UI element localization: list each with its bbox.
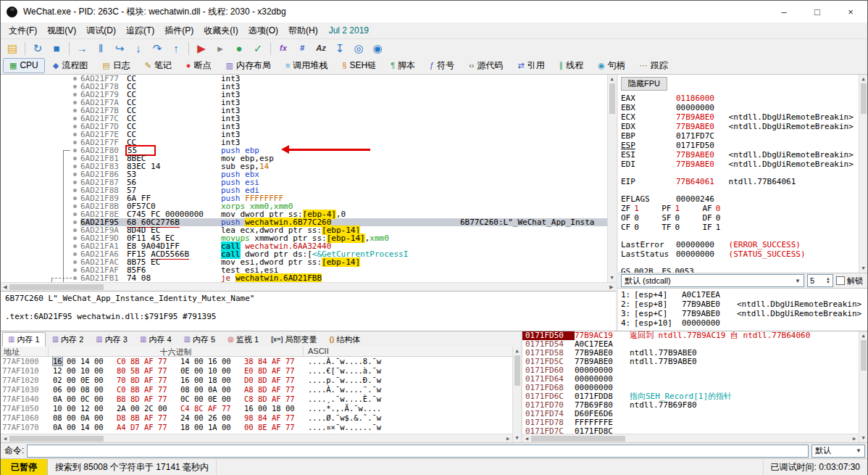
register-row[interactable]: EBX00000000	[621, 103, 856, 112]
menu-item[interactable]: 选项(O)	[243, 23, 283, 38]
disassembly-pane[interactable]: 6AD21F77CCint36AD21F78CCint36AD21F79CCin…	[1, 75, 616, 282]
pause-icon[interactable]: ‖	[92, 41, 109, 57]
tab-seh[interactable]: §SEH链	[335, 58, 383, 73]
breakpoint-dot[interactable]	[70, 202, 80, 210]
minimize-button[interactable]: –	[767, 1, 801, 22]
register-row[interactable]: ESI77B9ABE0 <ntdll.DbgUiRemoteBreakin>	[621, 150, 856, 160]
dump-row[interactable]: 77AF10400A 00 0C 00B8 8D AF 770C 00 0E 0…	[1, 395, 512, 404]
close-button[interactable]: ×	[834, 1, 867, 22]
tab-watch-1[interactable]: ◎监视 1	[222, 332, 264, 347]
breakpoint-dot[interactable]	[70, 107, 80, 115]
trace-icon[interactable]: ▸	[212, 41, 229, 57]
breakpoint-dot[interactable]	[70, 146, 80, 154]
stack-row[interactable]: 0171FD5C77B9ABE0ntdll.77B9ABE0	[522, 358, 859, 366]
breakpoint-dot[interactable]	[70, 194, 80, 202]
register-row[interactable]: EDI77B9ABE0 <ntdll.DbgUiRemoteBreakin>	[621, 160, 856, 169]
animate-icon[interactable]: ▶	[193, 41, 210, 57]
menu-item[interactable]: 追踪(T)	[121, 23, 159, 38]
register-row[interactable]: EDX77B9ABE0 <ntdll.DbgUiRemoteBreakin>	[621, 122, 856, 131]
stack-row[interactable]: 0171FD6C0171FDD8指向SEH_Record[1]的指针	[522, 392, 859, 401]
breakpoint-dot[interactable]	[70, 91, 80, 99]
register-row[interactable]: ECX77B9ABE0 <ntdll.DbgUiRemoteBreakin>	[621, 112, 856, 122]
hide-fpu-button[interactable]: 隐藏FPU	[621, 77, 667, 91]
tab-notes[interactable]: ✎笔记	[138, 58, 178, 73]
scroll-down-icon[interactable]: ▼	[513, 434, 521, 442]
step-into-icon[interactable]: ↓	[130, 41, 147, 57]
menu-item[interactable]: 文件(F)	[4, 23, 42, 38]
scroll-down-icon[interactable]: ▼	[859, 434, 867, 442]
scroll-thumb[interactable]	[861, 340, 867, 371]
patches-icon[interactable]: ●	[230, 41, 248, 57]
stack-row[interactable]: 0171FD7077B69F80ntdll.77B69F80	[522, 401, 859, 410]
breakpoint-dot[interactable]	[70, 123, 80, 131]
run-icon[interactable]: →	[73, 41, 91, 57]
breakpoint-dot[interactable]	[70, 162, 80, 170]
breakpoint-dot[interactable]	[70, 234, 80, 242]
calculator-icon[interactable]: #	[293, 41, 311, 57]
tab-dump-5[interactable]: ▥内存 5	[178, 332, 222, 347]
breakpoint-dot[interactable]	[70, 75, 80, 83]
breakpoint-dot[interactable]	[70, 115, 80, 123]
breakpoint-dot[interactable]	[70, 210, 80, 218]
dump-row[interactable]: 77AF101012 00 10 0080 5B AF 770E 00 10 0…	[1, 366, 512, 376]
tab-breakpoints[interactable]: ●断点	[180, 58, 218, 73]
menu-item[interactable]: 调试(D)	[81, 23, 121, 38]
references-globe-icon[interactable]: ◉	[369, 41, 386, 57]
tab-call-stack[interactable]: ≡调用堆栈	[279, 58, 334, 73]
breakpoint-dot[interactable]	[70, 83, 80, 91]
disasm-vscrollbar[interactable]: ▲ ▼	[607, 75, 616, 282]
breakpoint-dot[interactable]	[70, 266, 80, 274]
flags-row[interactable]: ZF1PF1AF0	[621, 204, 856, 213]
scroll-thumb[interactable]	[609, 83, 615, 114]
seh-chain-icon[interactable]: ✓	[249, 41, 267, 57]
search-icon[interactable]: ◎	[350, 41, 367, 57]
scroll-left-icon[interactable]: ◀	[1, 436, 9, 442]
scroll-left-icon[interactable]: ◀	[1, 284, 9, 290]
scroll-right-icon[interactable]: ▶	[607, 284, 616, 290]
register-row[interactable]: EFLAGS00000246	[621, 194, 856, 204]
scroll-thumb[interactable]	[514, 355, 520, 386]
scroll-thumb[interactable]	[861, 83, 867, 114]
scroll-thumb[interactable]	[9, 284, 104, 290]
stack-row[interactable]: 0171FD7C0171FD8C	[522, 427, 859, 434]
spinner-arrows-icon[interactable]: ▲▼	[826, 277, 830, 284]
menu-item[interactable]: 收藏夹(I)	[199, 23, 243, 38]
arguments-pane[interactable]: 1:[esp+4]A0C17EEA2:[esp+8]77B9ABE0<ntdll…	[618, 289, 867, 331]
dump-row[interactable]: 77AF106008 00 0A 00D8 8B AF 7724 00 26 0…	[1, 413, 512, 423]
scroll-up-icon[interactable]: ▲	[859, 331, 867, 340]
disasm-row[interactable]: 6AD21FB174 08je wechatwin.6AD21FBB	[1, 274, 607, 282]
scroll-right-icon[interactable]: ▶	[504, 436, 512, 442]
run-until-return-icon[interactable]: ↪	[111, 41, 128, 57]
step-out-icon[interactable]: ↑	[167, 41, 185, 57]
scroll-up-icon[interactable]: ▲	[608, 75, 616, 83]
argument-row[interactable]: 2:[esp+8]77B9ABE0<ntdll.DbgUiRemoteBreak…	[621, 300, 864, 309]
scroll-left-icon[interactable]: ◀	[522, 436, 531, 442]
argument-row[interactable]: 4:[esp+10]00000000	[621, 318, 864, 328]
restart-icon[interactable]: ↻	[29, 41, 46, 57]
stack-row[interactable]: 0171FD6000000000	[522, 366, 859, 375]
dump-row[interactable]: 77AF102002 00 0E 0070 8D AF 7716 00 18 0…	[1, 376, 512, 385]
tab-graph[interactable]: ◆流程图	[46, 58, 94, 73]
tab-dump-3[interactable]: ▥内存 3	[90, 332, 133, 347]
stack-row[interactable]: 0171FD5077B9AC19返回到 ntdll.77B9AC19 自 ntd…	[522, 331, 859, 340]
menu-item[interactable]: 视图(V)	[42, 23, 81, 38]
open-file-icon[interactable]: ▤	[4, 41, 21, 57]
stack-row[interactable]: 0171FD74D60FE6D6	[522, 410, 859, 418]
breakpoint-dot[interactable]	[70, 218, 80, 226]
tab-source[interactable]: ‹›源代码	[462, 58, 509, 73]
tab-struct[interactable]: {}结构体	[323, 332, 366, 347]
dump-row[interactable]: 77AF10700A 00 14 00A4 D7 AF 7718 00 1A 0…	[1, 423, 512, 432]
register-row[interactable]: EBP0171FD7C	[621, 131, 856, 141]
favourite-functions-icon[interactable]: fx	[275, 41, 292, 57]
tab-dump-2[interactable]: ▥内存 2	[46, 332, 90, 347]
argument-count-stepper[interactable]: 5 ▲▼	[807, 274, 833, 287]
argument-row[interactable]: 3:[esp+C]77B9ABE0<ntdll.DbgUiRemoteBreak…	[621, 309, 864, 318]
argument-row[interactable]: 1:[esp+4]A0C17EEA	[621, 290, 864, 300]
tab-threads[interactable]: ∥线程	[553, 58, 591, 73]
scroll-down-icon[interactable]: ▼	[608, 273, 616, 282]
dump-row[interactable]: 77AF103006 00 08 00C0 8B AF 7708 00 0A 0…	[1, 385, 512, 395]
tab-references[interactable]: ⇄引用	[512, 58, 551, 73]
scroll-thumb[interactable]	[9, 436, 104, 442]
menu-item[interactable]: 帮助(H)	[283, 23, 323, 38]
unlock-checkbox[interactable]: 解锁	[836, 276, 864, 286]
